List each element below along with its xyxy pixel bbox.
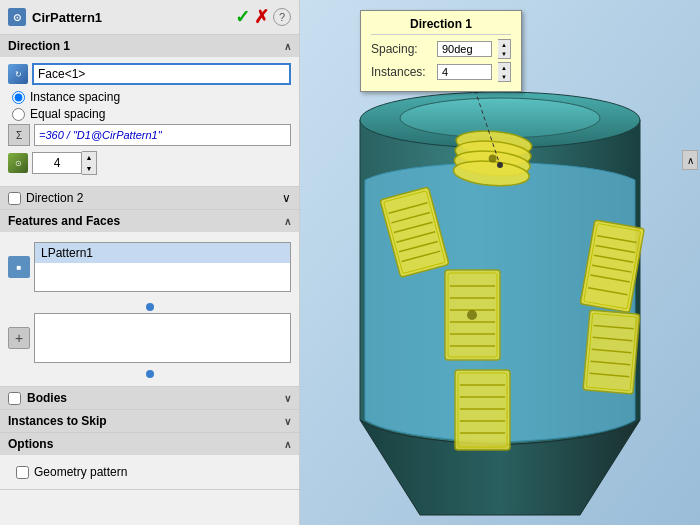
bodies-checkbox[interactable] xyxy=(8,392,21,405)
instances-icon: ⊙ xyxy=(8,153,28,173)
feature-list-icon: ■ xyxy=(8,256,30,278)
geometry-pattern-label[interactable]: Geometry pattern xyxy=(34,465,127,479)
svg-point-32 xyxy=(467,310,477,320)
instances-to-skip-chevron: ∨ xyxy=(284,416,291,427)
viewport: Direction 1 Spacing: ▲ ▼ Instances: ▲ ▼ xyxy=(300,0,700,525)
instances-increment[interactable]: ▲ xyxy=(82,152,96,163)
features-faces-section: Features and Faces ∧ ■ LPattern1 + xyxy=(0,210,299,387)
features-faces-chevron: ∧ xyxy=(284,216,291,227)
panel-title: ⊙ CirPattern1 xyxy=(8,8,102,26)
connector-dot xyxy=(8,301,291,313)
connector-dot-icon xyxy=(146,303,154,311)
equal-spacing-label[interactable]: Equal spacing xyxy=(30,107,105,121)
tooltip-spacing-down[interactable]: ▼ xyxy=(498,49,510,58)
feature-listbox[interactable]: LPattern1 xyxy=(34,242,291,292)
tooltip-title: Direction 1 xyxy=(371,17,511,35)
tooltip-instances-up[interactable]: ▲ xyxy=(498,63,510,72)
tooltip-instances-label: Instances: xyxy=(371,65,431,79)
tooltip-instances-down[interactable]: ▼ xyxy=(498,72,510,81)
formula-input[interactable] xyxy=(34,124,291,146)
direction2-checkbox[interactable] xyxy=(8,192,21,205)
svg-rect-33 xyxy=(455,370,510,450)
tooltip-spacing-label: Spacing: xyxy=(371,42,431,56)
direction-icon: ↻ xyxy=(8,64,28,84)
options-header[interactable]: Options ∧ xyxy=(0,433,299,455)
tooltip-spacing-up[interactable]: ▲ xyxy=(498,40,510,49)
direction2-section[interactable]: Direction 2 ∨ xyxy=(0,187,299,210)
tooltip-spacing-row: Spacing: ▲ ▼ xyxy=(371,39,511,59)
bodies-chevron: ∨ xyxy=(284,393,291,404)
feature-list-item[interactable]: LPattern1 xyxy=(35,243,290,263)
direction1-tooltip: Direction 1 Spacing: ▲ ▼ Instances: ▲ ▼ xyxy=(360,10,522,92)
instance-spacing-row: Instance spacing xyxy=(8,90,291,104)
face-input[interactable] xyxy=(32,63,291,85)
options-section: Options ∧ Geometry pattern xyxy=(0,433,299,490)
formula-icon: Σ xyxy=(8,124,30,146)
connector-dot2-icon xyxy=(146,370,154,378)
add-feature-button[interactable]: + xyxy=(8,327,30,349)
direction1-chevron: ∧ xyxy=(284,41,291,52)
instance-spacing-radio[interactable] xyxy=(12,91,25,104)
instances-to-skip-label: Instances to Skip xyxy=(8,414,107,428)
equal-spacing-radio[interactable] xyxy=(12,108,25,121)
svg-point-48 xyxy=(497,162,503,168)
help-button[interactable]: ? xyxy=(273,8,291,26)
instances-input[interactable] xyxy=(32,152,82,174)
panel-title-text: CirPattern1 xyxy=(32,10,102,25)
tooltip-instances-row: Instances: ▲ ▼ xyxy=(371,62,511,82)
formula-row: Σ xyxy=(8,124,291,146)
confirm-button[interactable]: ✓ xyxy=(235,6,250,28)
direction1-section: Direction 1 ∧ ↻ Instance spacing Equal s… xyxy=(0,35,299,187)
face-input-row: ↻ xyxy=(8,63,291,85)
features-faces-label: Features and Faces xyxy=(8,214,120,228)
bodies-label: Bodies xyxy=(27,391,67,405)
left-panel: ⊙ CirPattern1 ✓ ✗ ? Direction 1 ∧ ↻ Inst… xyxy=(0,0,300,525)
options-body: Geometry pattern xyxy=(0,455,299,489)
tooltip-instances-input[interactable] xyxy=(437,64,492,80)
instances-decrement[interactable]: ▼ xyxy=(82,163,96,174)
cancel-button[interactable]: ✗ xyxy=(254,6,269,28)
features-faces-header[interactable]: Features and Faces ∧ xyxy=(0,210,299,232)
viewport-collapse-button[interactable]: ∧ xyxy=(682,150,698,170)
instances-to-skip-section: Instances to Skip ∨ xyxy=(0,410,299,433)
connector-dot2 xyxy=(8,368,291,380)
bodies-section: Bodies ∨ xyxy=(0,387,299,410)
add-feature-listbox[interactable] xyxy=(34,313,291,363)
direction2-left: Direction 2 xyxy=(8,191,83,205)
instances-to-skip-header[interactable]: Instances to Skip ∨ xyxy=(0,410,299,432)
options-chevron: ∧ xyxy=(284,439,291,450)
instances-row: ⊙ ▲ ▼ xyxy=(8,151,291,175)
instance-spacing-label[interactable]: Instance spacing xyxy=(30,90,120,104)
direction2-chevron: ∨ xyxy=(282,191,291,205)
feature-list-row: ■ LPattern1 xyxy=(8,238,291,296)
instances-spinner: ▲ ▼ xyxy=(32,151,97,175)
geometry-pattern-checkbox[interactable] xyxy=(16,466,29,479)
bodies-header[interactable]: Bodies ∨ xyxy=(0,387,299,409)
panel-header: ⊙ CirPattern1 ✓ ✗ ? xyxy=(0,0,299,35)
feature-list-box: LPattern1 xyxy=(34,238,291,296)
direction1-label: Direction 1 xyxy=(8,39,70,53)
tooltip-spacing-input[interactable] xyxy=(437,41,492,57)
tooltip-instances-spin: ▲ ▼ xyxy=(498,62,511,82)
equal-spacing-row: Equal spacing xyxy=(8,107,291,121)
geometry-pattern-row: Geometry pattern xyxy=(8,461,291,483)
features-faces-body: ■ LPattern1 + xyxy=(0,232,299,386)
add-feature-row: + xyxy=(8,313,291,363)
instances-spin-buttons: ▲ ▼ xyxy=(82,151,97,175)
direction1-header[interactable]: Direction 1 ∧ xyxy=(0,35,299,57)
direction1-body: ↻ Instance spacing Equal spacing Σ ⊙ xyxy=(0,57,299,186)
direction2-label[interactable]: Direction 2 xyxy=(26,191,83,205)
options-label: Options xyxy=(8,437,53,451)
bodies-header-left: Bodies xyxy=(8,391,67,405)
cirpattern-icon: ⊙ xyxy=(8,8,26,26)
header-actions: ✓ ✗ ? xyxy=(235,6,291,28)
tooltip-spacing-spin: ▲ ▼ xyxy=(498,39,511,59)
